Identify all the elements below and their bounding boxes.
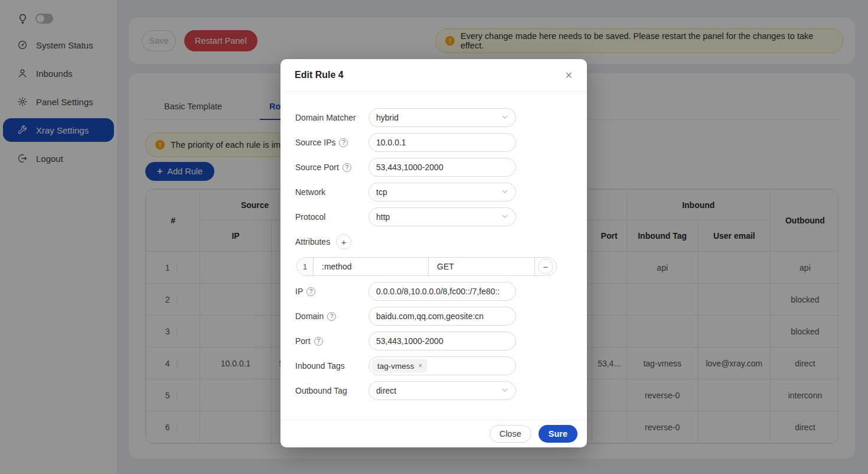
ip-input[interactable]: 0.0.0.0/8,10.0.0.0/8,fc00::/7,fe80:: (368, 282, 516, 301)
field-label: Port (295, 336, 311, 346)
field-source-port: Source Port? 53,443,1000-2000 (295, 158, 572, 177)
field-label: Outbound Tag (295, 386, 368, 395)
tag-remove-icon[interactable]: × (418, 362, 422, 370)
close-button[interactable]: Close (490, 425, 531, 443)
sure-button[interactable]: Sure (539, 425, 577, 443)
inbound-tags-input[interactable]: tag-vmess × (368, 356, 516, 375)
field-label: Domain Matcher (295, 113, 368, 122)
field-label: IP (295, 287, 303, 296)
outbound-tag-select[interactable]: direct (368, 381, 516, 400)
field-label: Attributes (295, 237, 330, 246)
modal-header: Edit Rule 4 ✕ (280, 59, 587, 92)
port-input[interactable]: 53,443,1000-2000 (368, 332, 516, 350)
field-label: Source Port (295, 163, 339, 172)
remove-attribute-button[interactable]: − (538, 259, 553, 274)
help-icon[interactable]: ? (342, 163, 351, 172)
field-port: Port? 53,443,1000-2000 (295, 332, 572, 350)
add-attribute-button[interactable]: + (336, 234, 351, 249)
field-label: Source IPs (295, 138, 335, 147)
field-ip: IP? 0.0.0.0/8,10.0.0.0/8,fc00::/7,fe80:: (295, 282, 572, 301)
protocol-select[interactable]: http (368, 207, 516, 226)
help-icon[interactable]: ? (327, 312, 336, 321)
attribute-value-input[interactable]: GET (429, 258, 535, 275)
close-icon[interactable]: ✕ (565, 70, 573, 81)
source-port-input[interactable]: 53,443,1000-2000 (368, 158, 516, 177)
help-icon[interactable]: ? (306, 287, 315, 296)
attribute-index: 1 (297, 258, 314, 275)
chevron-down-icon (501, 212, 508, 222)
modal-footer: Close Sure (280, 420, 587, 447)
attribute-key-input[interactable]: :method (314, 258, 429, 275)
field-domain: Domain? baidu.com,qq.com,geosite:cn (295, 307, 572, 326)
help-icon[interactable]: ? (339, 138, 348, 147)
field-protocol: Protocol http (295, 207, 572, 226)
field-inbound-tags: Inbound Tags tag-vmess × (295, 356, 572, 375)
domain-matcher-select[interactable]: hybrid (368, 108, 516, 127)
chevron-down-icon (501, 187, 508, 197)
attribute-row: 1 :method GET − (295, 257, 572, 276)
tag-chip: tag-vmess × (372, 359, 428, 373)
network-select[interactable]: tcp (368, 183, 516, 202)
field-label: Domain (295, 311, 324, 321)
field-source-ips: Source IPs? 10.0.0.1 (295, 133, 572, 152)
field-label: Inbound Tags (295, 361, 368, 371)
source-ips-input[interactable]: 10.0.0.1 (368, 133, 516, 152)
domain-input[interactable]: baidu.com,qq.com,geosite:cn (368, 307, 516, 326)
edit-rule-modal: Edit Rule 4 ✕ Domain Matcher hybrid Sour… (280, 59, 587, 447)
field-outbound-tag: Outbound Tag direct (295, 381, 572, 400)
modal-body: Domain Matcher hybrid Source IPs? 10.0.0… (280, 92, 587, 400)
field-attributes: Attributes + (295, 232, 572, 251)
modal-title: Edit Rule 4 (295, 70, 344, 80)
field-network: Network tcp (295, 183, 572, 202)
field-domain-matcher: Domain Matcher hybrid (295, 108, 572, 127)
chevron-down-icon (501, 113, 508, 122)
field-label: Protocol (295, 212, 368, 222)
help-icon[interactable]: ? (314, 337, 323, 346)
field-label: Network (295, 187, 368, 197)
chevron-down-icon (501, 386, 508, 395)
